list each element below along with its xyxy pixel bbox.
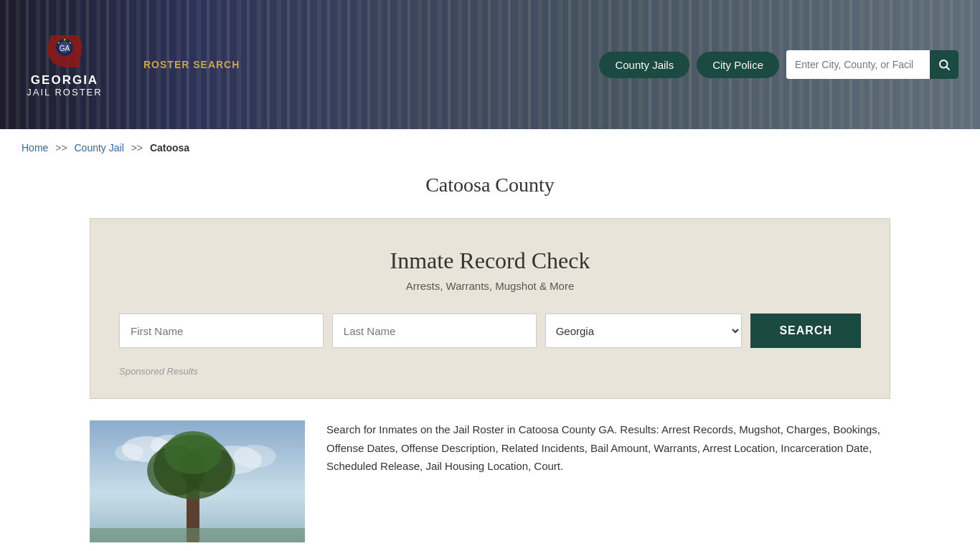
logo-georgia-text: GEORGIA bbox=[27, 74, 102, 88]
sponsored-label: Sponsored Results bbox=[119, 366, 861, 377]
page-title: Catoosa County bbox=[0, 174, 980, 197]
breadcrumb: Home >> County Jail >> Catoosa bbox=[0, 129, 980, 166]
breadcrumb-current: Catoosa bbox=[150, 142, 189, 154]
svg-point-7 bbox=[940, 60, 948, 68]
breadcrumb-sep2: >> bbox=[131, 142, 143, 154]
bottom-image bbox=[90, 420, 305, 542]
search-icon bbox=[938, 58, 951, 71]
bottom-description: Search for Inmates on the Jail Roster in… bbox=[326, 420, 890, 476]
header-search-button[interactable] bbox=[930, 50, 958, 79]
tree-illustration bbox=[90, 420, 305, 542]
svg-point-12 bbox=[115, 444, 143, 461]
city-police-button[interactable]: City Police bbox=[697, 52, 779, 78]
last-name-input[interactable] bbox=[332, 314, 537, 348]
svg-rect-20 bbox=[90, 528, 305, 542]
breadcrumb-home[interactable]: Home bbox=[22, 142, 48, 154]
record-check-subtitle: Arrests, Warrants, Mugshot & More bbox=[119, 280, 861, 292]
record-check-section: Inmate Record Check Arrests, Warrants, M… bbox=[90, 218, 890, 399]
header-search-bar bbox=[786, 50, 958, 79]
roster-search-link[interactable]: ROSTER SEARCH bbox=[143, 59, 240, 70]
county-jails-button[interactable]: County Jails bbox=[599, 52, 689, 78]
svg-line-8 bbox=[946, 67, 949, 70]
header-search-input[interactable] bbox=[786, 50, 930, 79]
logo-area[interactable]: GA ★ ★ ★ GEORGIA JAIL ROSTER bbox=[22, 32, 108, 98]
bottom-section: Search for Inmates on the Jail Roster in… bbox=[0, 399, 980, 551]
svg-point-14 bbox=[233, 445, 276, 468]
state-select[interactable]: AlabamaAlaskaArizonaArkansasCaliforniaCo… bbox=[545, 314, 743, 348]
right-nav: County Jails City Police bbox=[599, 50, 958, 79]
svg-text:★: ★ bbox=[69, 41, 72, 44]
logo-text: GEORGIA JAIL ROSTER bbox=[27, 74, 102, 98]
breadcrumb-sep1: >> bbox=[55, 142, 67, 154]
header: GA ★ ★ ★ GEORGIA JAIL ROSTER ROSTER SEAR… bbox=[0, 0, 980, 129]
first-name-input[interactable] bbox=[119, 314, 324, 348]
svg-text:GA: GA bbox=[60, 44, 70, 52]
record-check-title: Inmate Record Check bbox=[119, 248, 861, 274]
search-form: AlabamaAlaskaArizonaArkansasCaliforniaCo… bbox=[119, 314, 861, 348]
svg-point-19 bbox=[164, 431, 222, 474]
search-button[interactable]: SEARCH bbox=[750, 314, 861, 348]
breadcrumb-county-jail[interactable]: County Jail bbox=[75, 142, 124, 154]
nav-area: ROSTER SEARCH bbox=[129, 59, 578, 70]
logo-jail-roster-text: JAIL ROSTER bbox=[27, 88, 102, 98]
svg-text:★: ★ bbox=[57, 41, 60, 44]
georgia-logo-icon: GA ★ ★ ★ bbox=[43, 32, 86, 71]
